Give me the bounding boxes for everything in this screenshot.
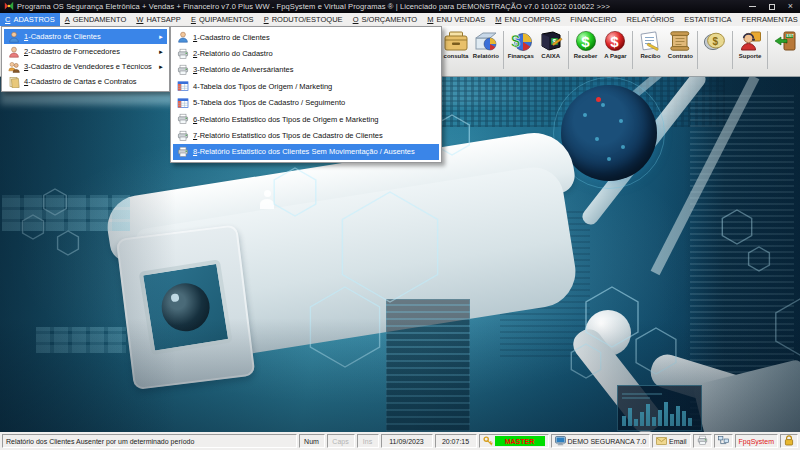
printer-icon xyxy=(175,130,190,142)
coin-icon: $ xyxy=(703,30,727,52)
email-icon xyxy=(656,437,667,446)
close-button[interactable]: × xyxy=(788,3,793,10)
menu-cadastros[interactable]: CADASTROS xyxy=(0,13,60,26)
toolbar-separator xyxy=(503,31,504,69)
lock-panel[interactable] xyxy=(780,434,798,448)
toolbar-button-relatorio[interactable]: Relatório xyxy=(471,30,501,59)
table-icon xyxy=(175,80,190,92)
toolbar-separator xyxy=(568,31,569,69)
toolbar-button-suporte[interactable]: Suporte xyxy=(735,30,765,59)
svg-text:$: $ xyxy=(611,33,620,50)
user-level-panel: MASTER xyxy=(479,434,549,448)
submenu-item-relatorio-cadastro[interactable]: 2-Relatório do Cadastro xyxy=(173,45,439,61)
printer-icon xyxy=(175,64,190,76)
receive-dollar-icon: $ xyxy=(574,30,598,52)
brand-panel[interactable]: FpqSystem xyxy=(735,434,778,448)
toolbar-button-a-pagar[interactable]: $ A Pagar xyxy=(601,30,631,59)
menu-estatistica[interactable]: ESTATISTICA xyxy=(679,13,736,26)
printer-panel[interactable] xyxy=(693,434,712,448)
submenu-item-estatistico-origem[interactable]: 6-Relatório Estatistico dos Tipos de Ori… xyxy=(173,111,439,127)
toolbar-separator xyxy=(767,31,768,69)
printer-icon xyxy=(175,146,190,158)
menu-compras[interactable]: MENU COMPRAS xyxy=(490,13,565,26)
drawer-icon xyxy=(444,30,468,52)
date-panel: 11/09/2023 xyxy=(381,434,433,448)
contract-icon xyxy=(668,30,692,52)
menu-produto-estoque[interactable]: PRODUTO/ESTOQUE xyxy=(259,13,348,26)
printer-icon xyxy=(175,48,190,60)
toolbar-button-financas[interactable]: $ Finanças xyxy=(506,30,536,59)
report-box-icon xyxy=(474,30,498,52)
toolbar-button-caixa[interactable]: $ CAIXA xyxy=(536,30,566,59)
time-panel: 20:07:15 xyxy=(435,434,477,448)
window-title: Programa OS Segurança Eletrônica + Venda… xyxy=(17,2,746,11)
status-bar: Relatório dos Clientes Ausenter por um d… xyxy=(0,432,800,450)
menu-vendas[interactable]: MENU VENDAS xyxy=(422,13,490,26)
documents-icon xyxy=(6,76,21,88)
submenu-item-tabela-origem[interactable]: 4-Tabela dos Tipos de Origem / Marketing xyxy=(173,78,439,94)
pay-dollar-icon: $ xyxy=(603,30,627,52)
email-panel[interactable]: Email xyxy=(652,434,691,448)
finance-pie-icon: $ xyxy=(509,30,533,52)
cash-book-icon: $ xyxy=(539,30,563,52)
toolbar-button-coin[interactable]: $ xyxy=(700,30,730,53)
menu-agendamento[interactable]: AGENDAMENTO xyxy=(60,13,132,26)
lock-icon xyxy=(784,435,794,447)
submenu-item-clientes-sem-movimentacao[interactable]: 8-Relatório Estatistico dos Clientes Sem… xyxy=(173,144,439,160)
support-icon xyxy=(738,30,762,52)
network-panel[interactable] xyxy=(714,434,733,448)
menu-bar: CADASTROS AGENDAMENTO WHATSAPP EQUIPAMEN… xyxy=(0,13,800,26)
submenu-arrow-icon: ► xyxy=(158,34,165,40)
toolbar-button-receber[interactable]: $ Receber xyxy=(571,30,601,59)
menu-item-cadastro-cartas[interactable]: 4-Cadastro de Cartas e Contratos xyxy=(4,74,167,89)
key-icon xyxy=(483,436,493,447)
toolbar-button-exit[interactable]: EXIT xyxy=(770,30,800,53)
menu-relatorios[interactable]: RELATÓRIOS xyxy=(622,13,680,26)
exit-door-icon: EXIT xyxy=(773,30,797,52)
num-lock-indicator: Num xyxy=(299,434,325,448)
toolbar-button-consulta[interactable]: consulta xyxy=(441,30,471,59)
toolbar-button-recibo[interactable]: Recibo xyxy=(635,30,665,59)
user-level-badge: MASTER xyxy=(495,436,545,446)
submenu-arrow-icon: ► xyxy=(158,49,165,55)
insert-indicator: Ins xyxy=(357,434,379,448)
menu-os-orcamento[interactable]: OS/ORÇAMENTO xyxy=(348,13,423,26)
menu-financeiro[interactable]: FINANCEIRO xyxy=(565,13,621,26)
display-icon xyxy=(555,436,566,447)
submenu-arrow-icon: ► xyxy=(158,64,165,70)
svg-text:$: $ xyxy=(713,36,719,47)
title-bar: Programa OS Segurança Eletrônica + Venda… xyxy=(0,0,800,13)
toolbar-button-contrato[interactable]: Contrato xyxy=(665,30,695,59)
person-icon xyxy=(6,31,21,43)
svg-text:$: $ xyxy=(581,33,590,50)
svg-text:$: $ xyxy=(511,33,520,50)
menu-ferramentas[interactable]: FERRAMENTAS xyxy=(737,13,800,26)
system-name-panel: DEMO SEGURANCA 7.0 xyxy=(551,434,651,448)
svg-text:EXIT: EXIT xyxy=(787,34,794,38)
toolbar-separator xyxy=(632,31,633,69)
clientes-submenu: 1-Cadastro de Clientes 2-Relatório do Ca… xyxy=(170,26,442,163)
people-icon xyxy=(6,61,21,73)
menu-item-cadastro-clientes[interactable]: 1-Cadastro de Clientes ► xyxy=(4,29,167,44)
table-icon xyxy=(175,97,190,109)
printer-icon xyxy=(697,435,708,447)
app-logo-icon xyxy=(4,1,14,13)
submenu-item-tabela-cadastro[interactable]: 5-Tabela dos Tipos de Cadastro / Seguime… xyxy=(173,95,439,111)
toolbar-separator xyxy=(732,31,733,69)
printer-icon xyxy=(175,113,190,125)
menu-whatsapp[interactable]: WHATSAPP xyxy=(131,13,186,26)
person-icon xyxy=(6,46,21,58)
maximize-button[interactable] xyxy=(769,4,775,10)
statusbar-message: Relatório dos Clientes Ausenter por um d… xyxy=(2,434,297,448)
caps-lock-indicator: Caps xyxy=(327,434,355,448)
menu-equipamentos[interactable]: EQUIPAMENTOS xyxy=(186,13,259,26)
toolbar-separator xyxy=(697,31,698,69)
cadastros-dropdown-menu: 1-Cadastro de Clientes ► 2-Cadastro de F… xyxy=(1,26,170,92)
submenu-item-cadastro-clientes[interactable]: 1-Cadastro de Clientes xyxy=(173,29,439,45)
submenu-item-relatorio-aniversariantes[interactable]: 3-Relatório de Aniversáriantes xyxy=(173,62,439,78)
menu-item-cadastro-vendedores[interactable]: 3-Cadastro de Vendedores e Técnicos ► xyxy=(4,59,167,74)
minimize-button[interactable] xyxy=(749,6,756,7)
network-icon xyxy=(718,436,729,446)
menu-item-cadastro-fornecedores[interactable]: 2-Cadastro de Fornecedores ► xyxy=(4,44,167,59)
submenu-item-estatistico-cadastro[interactable]: 7-Relatório Estatistico dos Tipos de Cad… xyxy=(173,127,439,143)
